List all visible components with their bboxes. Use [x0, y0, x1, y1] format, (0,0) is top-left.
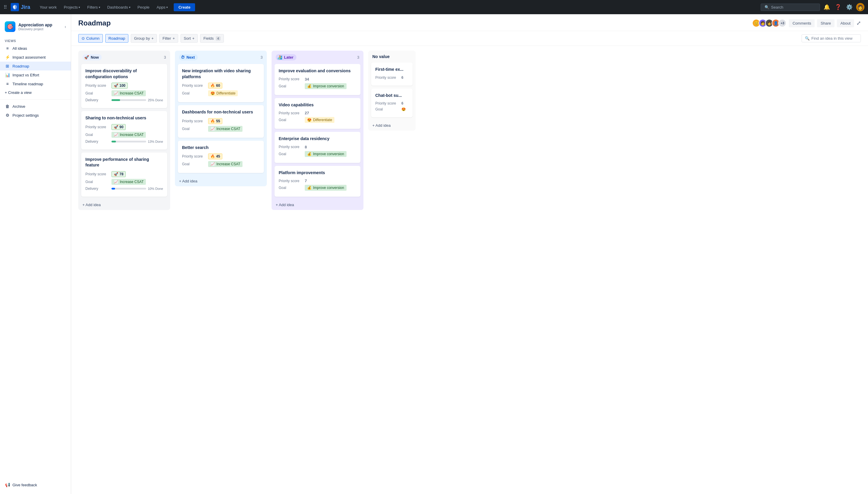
- top-navigation: ⠿ Jira Your work Projects▾ Filters▾ Dash…: [0, 0, 868, 14]
- nav-filters[interactable]: Filters▾: [85, 4, 102, 11]
- plus-icon: +: [151, 36, 154, 41]
- sidebar-item-impact-effort[interactable]: 📊 Impact vs Effort: [0, 71, 71, 79]
- card-video-capabilities[interactable]: Video capabilities Priority score 27 Goa…: [274, 98, 361, 129]
- filter-plus-icon: +: [173, 36, 175, 41]
- priority-badge: 🔥 45: [208, 153, 222, 159]
- feedback-icon: 📢: [5, 482, 10, 487]
- sidebar-item-all-ideas[interactable]: ≡ All ideas: [0, 44, 71, 53]
- jira-logo[interactable]: Jira: [11, 3, 30, 11]
- card-priority-field: Priority score 🚀 100: [85, 83, 163, 89]
- nav-dashboards[interactable]: Dashboards▾: [105, 4, 133, 11]
- sidebar-item-impact-assessment[interactable]: ⚡ Impact assessment: [0, 53, 71, 62]
- notifications-icon[interactable]: 🔔: [822, 3, 831, 12]
- sidebar-item-archive[interactable]: 🗑 Archive: [0, 102, 71, 111]
- column-later-header: 🏄 Later 3: [272, 51, 363, 64]
- column-now: 🚀 Now 3 Improve discoverability of confi…: [78, 51, 170, 210]
- card-better-search[interactable]: Better search Priority score 🔥 45 Goal: [178, 141, 264, 173]
- list-icon: ≡: [5, 46, 10, 51]
- goal-badge: 😍 Differentiate: [208, 90, 238, 96]
- sidebar: 🎯 Appreciation app Discovery project ‹ V…: [0, 14, 71, 494]
- filter-button[interactable]: Filter +: [159, 34, 178, 43]
- expand-button[interactable]: ⤢: [856, 20, 861, 26]
- priority-score: 27: [305, 111, 309, 115]
- group-by-button[interactable]: Group by +: [131, 34, 157, 43]
- card-sharing-nontechnical[interactable]: Sharing to non-technical users Priority …: [81, 111, 167, 150]
- card-title: Improve evaluation and conversions: [279, 68, 356, 74]
- add-idea-now[interactable]: + Add idea: [78, 200, 170, 210]
- sort-button[interactable]: Sort +: [181, 34, 198, 43]
- column-no-value-header: No value: [368, 51, 416, 62]
- sidebar-project-header: 🎯 Appreciation app Discovery project ‹: [0, 19, 71, 37]
- sidebar-collapse-icon[interactable]: ‹: [65, 24, 66, 29]
- card-title: First-time ex...: [375, 66, 409, 73]
- card-chatbot[interactable]: Chat-bot su... Priority score 6 Goal 😍: [371, 89, 413, 118]
- column-now-label: 🚀 Now: [83, 54, 102, 60]
- card-improve-evaluation[interactable]: Improve evaluation and conversions Prior…: [274, 64, 361, 95]
- column-icon: ⊙: [82, 36, 85, 41]
- goal-badge: 📈 Increase CSAT: [111, 179, 146, 185]
- later-icon: 🏄: [277, 55, 282, 59]
- column-now-header: 🚀 Now 3: [78, 51, 170, 64]
- project-type: Discovery project: [18, 27, 52, 31]
- column-next: ⏱ Next 3 New integration with video shar…: [175, 51, 267, 186]
- priority-badge: 🚀 90: [111, 124, 126, 130]
- jira-logo-icon: [11, 3, 19, 11]
- roadmap-button[interactable]: Roadmap: [105, 34, 128, 43]
- priority-score: 8: [305, 145, 307, 149]
- share-button[interactable]: Share: [817, 19, 834, 27]
- goal-badge: 💰 Improve conversion: [305, 185, 346, 191]
- column-button[interactable]: ⊙ Column: [78, 34, 103, 43]
- app-body: 🎯 Appreciation app Discovery project ‹ V…: [0, 14, 868, 494]
- nav-apps[interactable]: Apps▾: [154, 4, 170, 11]
- grid-icon[interactable]: ⠿: [3, 4, 7, 10]
- help-icon[interactable]: ❓: [834, 3, 843, 12]
- avatar-count: +3: [778, 19, 786, 27]
- card-platform-improvements[interactable]: Platform improvements Priority score 7 G…: [274, 166, 361, 197]
- card-enterprise-data[interactable]: Enterprise data residency Priority score…: [274, 132, 361, 163]
- card-dashboards-nontechnical[interactable]: Dashboards for non-technical users Prior…: [178, 105, 264, 138]
- priority-badge: 🔥 60: [208, 83, 222, 89]
- chart-icon: 📊: [5, 73, 10, 77]
- card-improve-performance[interactable]: Improve performance of sharing feature P…: [81, 153, 167, 197]
- settings-icon[interactable]: ⚙️: [845, 3, 854, 12]
- goal-badge: 📈 Increase CSAT: [111, 132, 146, 138]
- card-new-integration[interactable]: New integration with video sharing platf…: [178, 64, 264, 102]
- next-icon: ⏱: [181, 55, 185, 59]
- card-first-time[interactable]: First-time ex... Priority score 6: [371, 62, 413, 86]
- add-idea-later[interactable]: + Add idea: [272, 200, 363, 210]
- search-bar[interactable]: 🔍 Search: [761, 3, 820, 11]
- card-goal-field: Goal 📈 Increase CSAT: [85, 90, 163, 96]
- sidebar-item-timeline[interactable]: ≡ Timeline roadmap: [0, 79, 71, 88]
- board-search-icon: 🔍: [805, 36, 810, 41]
- card-title: Improve discoverability of configuration…: [85, 68, 163, 80]
- card-title: Dashboards for non-technical users: [182, 109, 260, 115]
- priority-score: 7: [305, 178, 307, 183]
- goal-badge: 📈 Increase CSAT: [208, 161, 242, 167]
- card-improve-discoverability[interactable]: Improve discoverability of configuration…: [81, 64, 167, 108]
- create-button[interactable]: Create: [174, 3, 195, 11]
- card-title: New integration with video sharing platf…: [182, 68, 260, 80]
- sidebar-item-project-settings[interactable]: ⚙ Project settings: [0, 111, 71, 120]
- add-idea-no-value[interactable]: + Add idea: [368, 120, 416, 131]
- add-idea-next[interactable]: + Add idea: [175, 176, 267, 186]
- jira-logo-text: Jira: [21, 4, 30, 11]
- priority-score: 34: [305, 77, 309, 81]
- comments-button[interactable]: Comments: [789, 19, 815, 27]
- fields-button[interactable]: Fields 4: [200, 34, 224, 43]
- goal-badge: 😍 Differentiate: [305, 117, 334, 123]
- column-no-value: No value First-time ex... Priority score…: [368, 51, 416, 131]
- priority-badge: 🚀 78: [111, 171, 126, 177]
- nav-icons: 🔔 ❓ ⚙️ 👩: [822, 3, 865, 12]
- sidebar-item-give-feedback[interactable]: 📢 Give feedback: [0, 480, 71, 489]
- nav-your-work[interactable]: Your work: [37, 4, 59, 11]
- sidebar-item-create-view[interactable]: + Create a view: [0, 88, 71, 97]
- sidebar-item-roadmap[interactable]: ⊞ Roadmap: [0, 62, 71, 71]
- board-search[interactable]: 🔍 Find an idea in this view: [801, 34, 861, 42]
- nav-projects[interactable]: Projects▾: [61, 4, 83, 11]
- user-avatar[interactable]: 👩: [856, 3, 865, 11]
- column-next-label: ⏱ Next: [179, 54, 198, 60]
- settings-gear-icon: ⚙: [5, 113, 10, 118]
- nav-people[interactable]: People: [135, 4, 152, 11]
- about-button[interactable]: About: [837, 19, 854, 27]
- column-later-label: 🏄 Later: [276, 54, 296, 60]
